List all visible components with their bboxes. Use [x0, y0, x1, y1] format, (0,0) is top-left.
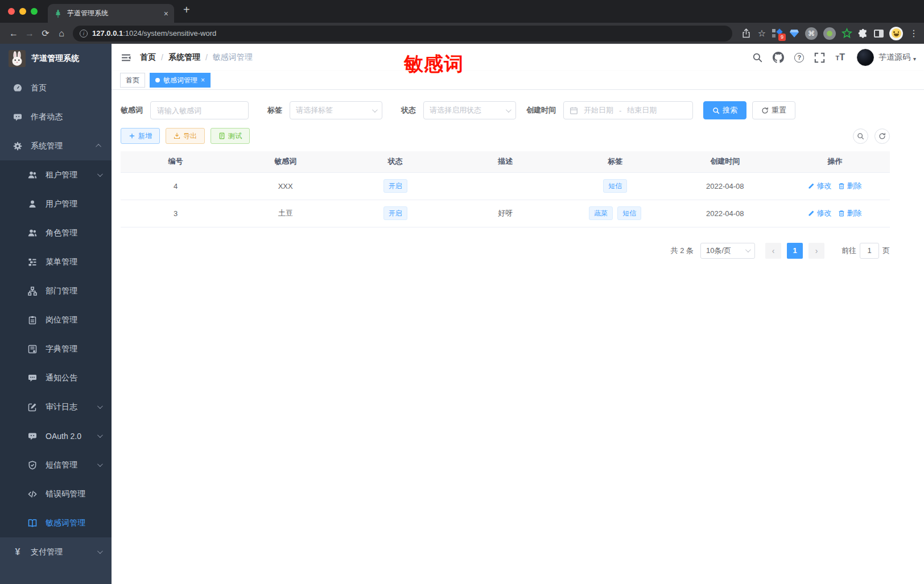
user-name[interactable]: 芋道源码: [878, 52, 910, 63]
font-size-icon[interactable]: TT: [835, 52, 845, 63]
edit-note-icon: [27, 403, 38, 412]
github-icon[interactable]: [773, 52, 784, 63]
user-avatar[interactable]: [857, 49, 874, 66]
site-info-icon[interactable]: i: [80, 30, 88, 38]
page-content: 敏感词 标签 请选择标签 状态 请选择启用状态 创建时间: [112, 90, 924, 584]
tag-close-icon[interactable]: ×: [201, 76, 205, 84]
sidebar-item-author-news[interactable]: 作者动态: [0, 102, 112, 131]
tree-list-icon: [27, 258, 38, 267]
sidebar-item-dept[interactable]: 部门管理: [0, 276, 112, 305]
sidebar-collapse-icon[interactable]: [112, 44, 140, 71]
page-size-select[interactable]: 10条/页: [700, 243, 755, 259]
new-tab-button[interactable]: +: [183, 3, 190, 16]
tab-close-icon[interactable]: ×: [164, 9, 168, 18]
extensions-puzzle-icon[interactable]: [858, 28, 868, 39]
reset-button[interactable]: 重置: [752, 101, 795, 119]
goto-page-input[interactable]: [860, 243, 879, 259]
window-close-button[interactable]: [8, 8, 15, 15]
sidebar-item-tenant[interactable]: 租户管理: [0, 160, 112, 189]
url-host: 127.0.0.1: [92, 29, 123, 38]
sidebar-item-sms[interactable]: 短信管理: [0, 450, 112, 479]
window-minimize-button[interactable]: [19, 8, 26, 15]
status-select[interactable]: 请选择启用状态: [423, 101, 516, 119]
sidebar-item-audit-log[interactable]: 审计日志: [0, 392, 112, 421]
bookmark-star-icon[interactable]: ☆: [758, 28, 766, 39]
sidebar-item-home[interactable]: 首页: [0, 73, 112, 102]
calendar-icon: [570, 106, 578, 115]
profile-avatar-icon[interactable]: [889, 27, 903, 40]
keyword-input-wrap: [150, 101, 249, 119]
help-icon[interactable]: ?: [794, 53, 804, 63]
table-refresh-button[interactable]: [874, 129, 890, 144]
date-range-picker[interactable]: 开始日期 - 结束日期: [563, 101, 693, 119]
extension-command-icon[interactable]: ⌘: [805, 27, 818, 40]
extension-grid-icon[interactable]: 9: [772, 28, 783, 39]
reload-button[interactable]: ⟳: [38, 28, 53, 39]
fullscreen-icon[interactable]: [814, 52, 825, 63]
date-end-placeholder: 结束日期: [627, 105, 657, 115]
sidebar-item-user[interactable]: 用户管理: [0, 189, 112, 218]
breadcrumb-home[interactable]: 首页: [140, 52, 156, 63]
tag-select[interactable]: 请选择标签: [290, 101, 382, 119]
side-panel-icon[interactable]: [874, 30, 884, 38]
sidebar-item-payment[interactable]: ¥ 支付管理: [0, 537, 112, 566]
extension-record-icon[interactable]: [823, 27, 836, 40]
extension-star-icon[interactable]: [842, 28, 852, 39]
keyword-input[interactable]: [157, 106, 242, 115]
next-page-button[interactable]: ›: [808, 243, 824, 259]
view-tag-home[interactable]: 首页: [120, 73, 145, 88]
chevron-down-icon: [745, 247, 751, 252]
table-search-button[interactable]: [853, 129, 868, 144]
share-icon[interactable]: [741, 28, 751, 38]
current-page[interactable]: 1: [787, 243, 803, 259]
col-word: 敏感词: [230, 151, 340, 172]
keyword-label: 敏感词: [121, 105, 143, 115]
test-button[interactable]: 测试: [211, 128, 250, 144]
chevron-down-icon: [97, 403, 103, 409]
home-button[interactable]: ⌂: [53, 28, 69, 39]
user-menu-caret-icon[interactable]: ▾: [913, 56, 916, 62]
col-actions: 操作: [780, 151, 890, 172]
sidebar-item-system[interactable]: 系统管理: [0, 131, 112, 160]
date-start-placeholder: 开始日期: [584, 105, 613, 115]
breadcrumb: 首页 / 系统管理 / 敏感词管理: [140, 52, 253, 63]
export-button[interactable]: 导出: [166, 128, 205, 144]
date-label: 创建时间: [526, 105, 556, 115]
tag-badge: 蔬菜: [589, 206, 613, 220]
page-unit-label: 页: [882, 246, 890, 256]
refresh-icon: [878, 132, 886, 140]
breadcrumb-system[interactable]: 系统管理: [168, 52, 200, 63]
sidebar-item-error-code[interactable]: 错误码管理: [0, 479, 112, 508]
back-button[interactable]: ←: [6, 28, 22, 39]
col-tags: 标签: [560, 151, 670, 172]
sidebar-item-dict[interactable]: 字典管理: [0, 334, 112, 363]
extension-gem-icon[interactable]: [789, 28, 799, 39]
window-zoom-button[interactable]: [31, 8, 38, 15]
delete-link[interactable]: 删除: [838, 181, 861, 191]
robot-icon: [27, 432, 38, 441]
sidebar-item-menu[interactable]: 菜单管理: [0, 247, 112, 276]
sidebar-item-notice[interactable]: 通知公告: [0, 363, 112, 392]
users-icon: [27, 229, 38, 238]
sidebar-item-role[interactable]: 角色管理: [0, 218, 112, 247]
sidebar-item-oauth[interactable]: OAuth 2.0: [0, 421, 112, 450]
pagination: 共 2 条 10条/页 ‹ 1 › 前往 页: [121, 243, 890, 259]
edit-link[interactable]: 修改: [808, 181, 831, 191]
header-search-icon[interactable]: [752, 52, 762, 63]
edit-link[interactable]: 修改: [808, 208, 831, 218]
sidebar-item-sensitive-word[interactable]: 敏感词管理: [0, 508, 112, 537]
forward-button[interactable]: →: [22, 28, 38, 39]
url-bar[interactable]: i 127.0.0.1 :1024/system/sensitive-word: [73, 26, 732, 42]
add-button[interactable]: 新增: [121, 128, 160, 144]
goto-label: 前往: [842, 246, 856, 256]
view-tag-sensitive-word[interactable]: 敏感词管理 ×: [150, 73, 211, 88]
sidebar-item-post[interactable]: 岗位管理: [0, 305, 112, 334]
browser-tab[interactable]: 芋道管理系统 ×: [48, 4, 174, 23]
search-button[interactable]: 搜索: [703, 101, 746, 119]
sidebar-logo[interactable]: 芋道管理系统: [0, 44, 112, 73]
browser-menu-icon[interactable]: ⋮: [909, 28, 918, 39]
delete-link[interactable]: 删除: [838, 208, 861, 218]
chevron-down-icon: [506, 107, 512, 113]
prev-page-button[interactable]: ‹: [765, 243, 781, 259]
search-icon: [857, 132, 864, 140]
